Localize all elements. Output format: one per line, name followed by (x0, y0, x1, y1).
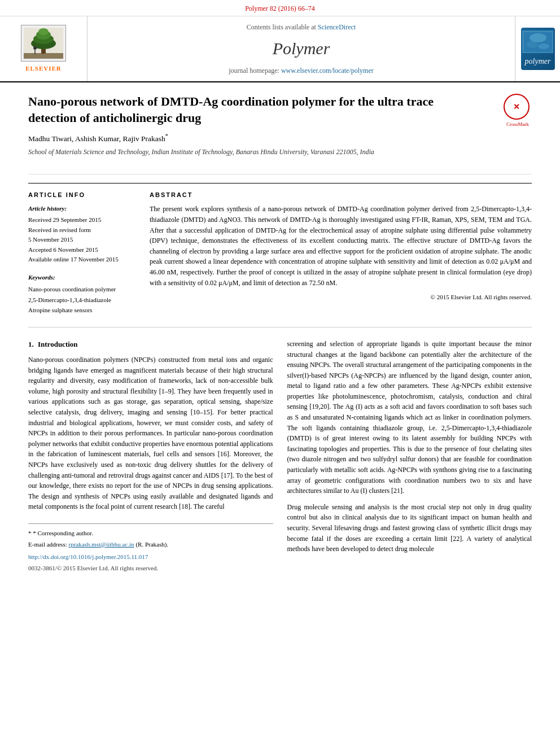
keyword-3: Atropine sulphate sensors (28, 305, 133, 316)
section1-label: Introduction (38, 340, 78, 348)
footnote-section: * * Corresponding author. E-mail address… (28, 523, 273, 573)
homepage-url[interactable]: www.elsevier.com/locate/polymer (281, 67, 374, 75)
polymer-badge-section: polymer (515, 16, 560, 81)
svg-point-12 (538, 43, 549, 49)
elsevier-tree-svg (24, 28, 63, 59)
elsevier-tree-image (21, 25, 66, 62)
elsevier-logo-section: ELSEVIER (0, 16, 88, 81)
article-history: Article history: Received 29 September 2… (28, 204, 133, 264)
received-date: Received 29 September 2015 (28, 215, 133, 225)
badge-image-svg (524, 32, 552, 52)
svg-rect-1 (24, 53, 63, 59)
sciencedirect-link[interactable]: ScienceDirect (318, 23, 356, 31)
svg-point-11 (527, 41, 538, 48)
body-col1-para1: Nano-porous coordination polymers (NPCPs… (28, 355, 273, 512)
doi-line: http://dx.doi.org/10.1016/j.polymer.2015… (28, 552, 273, 562)
article-info-column: ARTICLE INFO Article history: Received 2… (28, 190, 133, 316)
svg-point-10 (530, 33, 546, 42)
body-column-left: 1. Introduction Nano-porous coordination… (28, 339, 273, 575)
received-revised-label: Received in revised form (28, 225, 133, 235)
journal-header: ELSEVIER Contents lists available at Sci… (0, 16, 560, 82)
journal-citation-bar: Polymer 82 (2016) 66–74 (0, 0, 560, 16)
journal-homepage: journal homepage: www.elsevier.com/locat… (229, 65, 373, 76)
section1-title: 1. Introduction (28, 339, 273, 350)
keyword-2: 2,5-Dimercapto-1,3,4-thiadiazole (28, 295, 133, 305)
email-link[interactable]: rprakash.mst@iitbhu.ac.in (68, 541, 134, 548)
crossmark-label: CrossMark (504, 121, 532, 129)
email-footnote: E-mail address: rprakash.mst@iitbhu.ac.i… (28, 540, 273, 549)
keyword-1: Nano-porous coordination polymer (28, 284, 133, 295)
abstract-heading: ABSTRACT (150, 190, 532, 200)
authors: Madhu Tiwari, Ashish Kumar, Rajiv Prakas… (28, 132, 492, 145)
badge-image (522, 30, 553, 53)
copyright: © 2015 Elsevier Ltd. All rights reserved… (150, 292, 532, 302)
body-content: 1. Introduction Nano-porous coordination… (28, 339, 532, 575)
article-title-section: Nano-porous network of DMTD-Ag coordinat… (28, 82, 532, 174)
body-col2-para2: Drug molecule sensing and analysis is th… (287, 502, 532, 554)
elsevier-logo: ELSEVIER (21, 25, 66, 73)
keywords-section: Keywords: Nano-porous coordination polym… (28, 273, 133, 316)
polymer-badge: polymer (521, 28, 555, 70)
journal-center-info: Contents lists available at ScienceDirec… (88, 16, 515, 81)
section-divider (28, 327, 532, 327)
elsevier-wordmark: ELSEVIER (25, 64, 62, 73)
svg-point-6 (38, 28, 49, 35)
crossmark-badge[interactable]: ✕ CrossMark (504, 94, 532, 122)
article-title: Nano-porous network of DMTD-Ag coordinat… (28, 94, 492, 126)
doi-link[interactable]: http://dx.doi.org/10.1016/j.polymer.2015… (28, 553, 148, 560)
article-info-abstract-section: ARTICLE INFO Article history: Received 2… (28, 183, 532, 316)
abstract-column: ABSTRACT The present work explores synth… (150, 190, 532, 316)
accepted-date: Accepted 6 November 2015 (28, 245, 133, 255)
abstract-text: The present work explores synthesis of a… (150, 204, 532, 288)
article-info-heading: ARTICLE INFO (28, 190, 133, 200)
issn-line: 0032-3861/© 2015 Elsevier Ltd. All right… (28, 563, 273, 573)
svg-point-7 (33, 46, 37, 50)
crossmark-icon: ✕ (504, 94, 530, 120)
received-revised-date: 5 November 2015 (28, 235, 133, 245)
article-history-heading: Article history: (28, 204, 133, 213)
keywords-list: Nano-porous coordination polymer 2,5-Dim… (28, 284, 133, 316)
affiliation: School of Materials Science and Technolo… (28, 147, 492, 157)
available-date: Available online 17 November 2015 (28, 255, 133, 265)
section1-number: 1. (28, 340, 34, 348)
badge-journal-name: polymer (525, 55, 551, 67)
body-col2-para1: screening and selection of appropriate l… (287, 339, 532, 496)
body-column-right: screening and selection of appropriate l… (287, 339, 532, 575)
sciencedirect-label: Contents lists available at ScienceDirec… (247, 22, 356, 32)
journal-citation: Polymer 82 (2016) 66–74 (245, 5, 315, 12)
keywords-heading: Keywords: (28, 273, 133, 282)
corresponding-author: * * Corresponding author. (28, 528, 273, 538)
article-content: Nano-porous network of DMTD-Ag coordinat… (0, 82, 560, 575)
journal-name: Polymer (273, 36, 330, 61)
